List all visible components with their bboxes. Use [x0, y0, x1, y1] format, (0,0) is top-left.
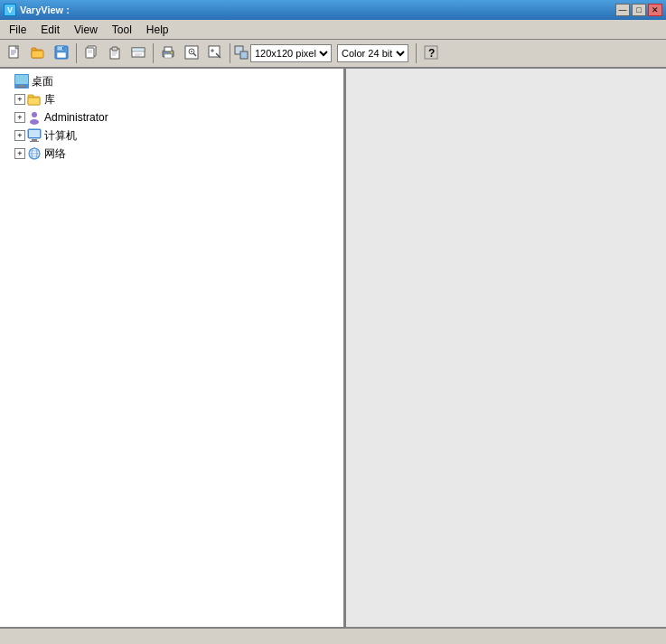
toolbar-new-button[interactable]	[4, 42, 25, 64]
tree-expand-network[interactable]: +	[14, 148, 25, 159]
toolbar-sep-4	[416, 43, 417, 63]
svg-rect-42	[15, 75, 28, 84]
toolbar-sep-1	[76, 43, 77, 63]
toolbar-save-button[interactable]	[51, 42, 72, 64]
copy-icon	[84, 45, 98, 62]
svg-rect-51	[29, 130, 40, 137]
svg-rect-7	[32, 51, 43, 58]
paste-icon	[108, 45, 122, 62]
tree-expand-library[interactable]: +	[14, 94, 25, 105]
tree-item-library[interactable]: + 库	[0, 90, 343, 108]
tree-item-administrator[interactable]: + Administrator	[0, 108, 343, 126]
tree-expand-administrator[interactable]: +	[14, 112, 25, 123]
export-icon	[131, 45, 145, 62]
svg-point-48	[32, 112, 37, 117]
app-title: VaryView :	[20, 5, 70, 15]
preview-icon	[184, 45, 199, 62]
toolbar-help-button[interactable]: ?	[420, 42, 442, 64]
new-icon	[7, 45, 22, 61]
svg-rect-47	[28, 98, 40, 105]
main-area: 桌面 + 库 + Ad	[0, 69, 666, 628]
maximize-button[interactable]: □	[632, 4, 646, 16]
toolbar-btn-export[interactable]	[127, 42, 149, 64]
svg-rect-17	[112, 47, 117, 51]
menu-view[interactable]: View	[67, 21, 105, 39]
svg-rect-13	[86, 48, 94, 58]
svg-point-31	[191, 51, 192, 52]
svg-rect-22	[132, 48, 145, 51]
tree-item-desktop[interactable]: 桌面	[0, 72, 343, 90]
close-button[interactable]: ✕	[648, 4, 662, 16]
tree-item-computer[interactable]: + 计算机	[0, 126, 343, 145]
title-bar-left: V VaryView :	[4, 4, 70, 16]
svg-rect-11	[62, 47, 64, 50]
zoom-icon	[208, 45, 222, 62]
toolbar-btn-paste[interactable]	[104, 42, 126, 64]
tree-label-library: 库	[44, 92, 55, 107]
tree-label-desktop: 桌面	[32, 74, 53, 89]
menu-tool[interactable]: Tool	[105, 21, 139, 39]
computer-icon	[27, 128, 42, 143]
library-icon	[27, 92, 42, 107]
svg-rect-44	[17, 87, 26, 88]
app-icon: V	[4, 4, 16, 16]
svg-point-28	[171, 51, 173, 53]
menu-help[interactable]: Help	[139, 21, 176, 39]
minimize-button[interactable]: —	[615, 4, 630, 16]
svg-rect-26	[164, 47, 172, 51]
network-icon	[27, 146, 42, 161]
open-icon	[31, 45, 45, 61]
size-dropdown[interactable]: 120x120 pixel 64x64 pixel 32x32 pixel 16…	[250, 44, 332, 62]
size-icon	[234, 45, 249, 62]
menu-bar: File Edit View Tool Help	[0, 20, 666, 40]
right-panel	[346, 69, 666, 628]
toolbar-sep-3	[230, 43, 230, 63]
tree-expand-computer[interactable]: +	[14, 130, 25, 141]
desktop-icon	[14, 74, 29, 89]
svg-rect-10	[57, 52, 66, 58]
toolbar: 120x120 pixel 64x64 pixel 32x32 pixel 16…	[0, 40, 666, 69]
svg-rect-43	[19, 85, 24, 87]
svg-rect-53	[30, 141, 39, 142]
title-bar-controls: — □ ✕	[615, 4, 662, 16]
tree-item-network[interactable]: + 网络	[0, 145, 343, 163]
administrator-icon	[27, 110, 42, 125]
toolbar-open-button[interactable]	[27, 42, 49, 64]
toolbar-btn-zoom[interactable]	[204, 42, 226, 64]
status-bar	[0, 628, 666, 644]
left-panel: 桌面 + 库 + Ad	[0, 69, 346, 628]
svg-point-49	[30, 119, 39, 125]
svg-rect-27	[164, 54, 172, 58]
menu-file[interactable]: File	[2, 21, 33, 39]
menu-edit[interactable]: Edit	[33, 21, 67, 39]
color-dropdown[interactable]: Color 24 bit Color 32 bit Color 8 bit Co…	[337, 44, 408, 62]
toolbar-btn-preview[interactable]	[181, 42, 202, 64]
help-icon: ?	[424, 45, 438, 62]
tree-label-administrator: Administrator	[44, 111, 108, 124]
svg-rect-52	[32, 139, 37, 141]
save-icon	[54, 45, 69, 61]
svg-rect-46	[28, 95, 33, 98]
svg-text:?: ?	[428, 47, 435, 60]
toolbar-btn-copy[interactable]	[80, 42, 102, 64]
print-icon	[161, 45, 175, 62]
toolbar-sep-2	[153, 43, 154, 63]
tree-label-computer: 计算机	[44, 128, 77, 144]
svg-rect-38	[240, 51, 248, 59]
title-bar: V VaryView : — □ ✕	[0, 0, 666, 20]
toolbar-btn-print[interactable]	[157, 42, 179, 64]
tree-label-network: 网络	[44, 146, 66, 162]
